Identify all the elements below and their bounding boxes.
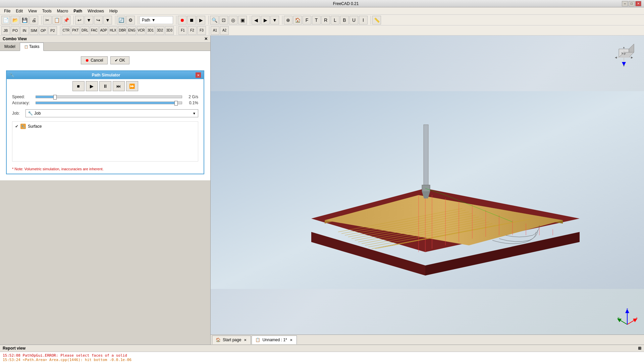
path-3d2[interactable]: 3D2 [156, 26, 164, 35]
menu-tools[interactable]: Tools [40, 8, 54, 14]
svg-text:Z: Z [626, 308, 628, 311]
fit-all-button[interactable]: ⊡ [219, 16, 228, 24]
view-iso-button[interactable]: I [359, 16, 368, 24]
path-adapt[interactable]: ADP [99, 26, 108, 35]
view-back-button[interactable]: B [340, 16, 349, 24]
print-button[interactable]: 🖨 [30, 16, 38, 24]
path-sim-btn[interactable]: SIM [30, 26, 38, 35]
view-top-button[interactable]: T [312, 16, 321, 24]
speed-slider[interactable] [36, 96, 182, 98]
menu-edit[interactable]: Edit [13, 8, 25, 14]
sim-play-button[interactable]: ▶ [86, 81, 98, 91]
path-vcarve[interactable]: VCR [137, 26, 146, 35]
path-helix[interactable]: HLX [109, 26, 117, 35]
zoom-out-button[interactable]: 🔍 [210, 16, 219, 24]
view-menu-button[interactable]: ▼ [270, 16, 279, 24]
macro-button[interactable]: ⚙ [126, 16, 135, 24]
left-panel: Combo View ✕ Model 📋 Tasks ⏺ Cancel ✔ [0, 36, 211, 345]
menu-view[interactable]: View [25, 8, 40, 14]
view-left-button[interactable]: L [331, 16, 339, 24]
svg-line-61 [619, 319, 627, 324]
undo-dropdown[interactable]: ▼ [85, 16, 93, 24]
cancel-button[interactable]: ⏺ Cancel [81, 56, 107, 64]
stop-macro-button[interactable]: ⏹ [187, 16, 196, 24]
path-pocket[interactable]: PKT [71, 26, 80, 35]
sim-pause-button[interactable]: ⏸ [99, 81, 111, 91]
cut-button[interactable]: ✂ [43, 16, 52, 24]
svg-text:Y: Y [618, 316, 620, 320]
redo-dropdown[interactable]: ▼ [103, 16, 112, 24]
ok-button[interactable]: ✔ OK [110, 56, 129, 64]
draw-style-button[interactable]: ▣ [238, 16, 247, 24]
record-button[interactable]: ⏺ [178, 16, 186, 24]
path-engrave[interactable]: ENG [127, 26, 136, 35]
path-3d3[interactable]: 3D3 [165, 26, 174, 35]
axes-indicator: X Y Z [617, 308, 637, 328]
report-expand-icon[interactable]: ⊞ [638, 346, 641, 351]
path-drill[interactable]: DRL [80, 26, 89, 35]
refresh-button[interactable]: 🔄 [117, 16, 125, 24]
execute-macro-button[interactable]: ▶ [197, 16, 205, 24]
path-deburr[interactable]: DBR [118, 26, 127, 35]
tab-unnamed[interactable]: 📋 Unnamed : 1* ✕ [252, 336, 297, 344]
paste-button[interactable]: 📌 [62, 16, 70, 24]
next-view-button[interactable]: ▶ [261, 16, 270, 24]
path-op2-button[interactable]: P2 [48, 26, 57, 35]
unnamed-close-icon[interactable]: ✕ [289, 338, 293, 342]
view-right-button[interactable]: R [321, 16, 330, 24]
close-button[interactable]: ✕ [635, 1, 641, 6]
start-page-close-icon[interactable]: ✕ [243, 338, 247, 342]
sep8 [280, 16, 282, 24]
menu-windows[interactable]: Windows [85, 8, 107, 14]
sim-fast-forward-button[interactable]: ⏩ [126, 81, 138, 91]
path-face[interactable]: FAC [90, 26, 99, 35]
path-contour[interactable]: CTR [62, 26, 70, 35]
redo-button[interactable]: ↪ [94, 16, 103, 24]
svg-text:▼: ▼ [623, 64, 625, 67]
prev-view-button[interactable]: ◀ [252, 16, 260, 24]
workbench-selector[interactable]: Path ▼ [140, 16, 173, 24]
surface-item[interactable]: ✔ 🔧 Surface [14, 123, 197, 130]
path-post-button[interactable]: PO [11, 26, 19, 35]
orientation-cube[interactable]: Top ▼ ▲ ◀ ▶ [610, 42, 637, 69]
path-add2[interactable]: A2 [220, 26, 229, 35]
view-home-button[interactable]: 🏠 [293, 16, 302, 24]
zoom-sel-button[interactable]: ⊕ [284, 16, 292, 24]
path-fix2[interactable]: F2 [188, 26, 197, 35]
path-3d1[interactable]: 3D1 [146, 26, 155, 35]
sep2 [72, 16, 74, 24]
path-add1[interactable]: A1 [211, 26, 219, 35]
combo-view-close-icon[interactable]: ✕ [204, 37, 208, 41]
maximize-button[interactable]: □ [629, 1, 635, 6]
new-button[interactable]: 📄 [1, 16, 10, 24]
open-button[interactable]: 📂 [11, 16, 19, 24]
combo-view-tabs: Model 📋 Tasks [0, 43, 210, 51]
sim-step-button[interactable]: ⏭ [113, 81, 125, 91]
copy-button[interactable]: 📋 [52, 16, 61, 24]
measure-button[interactable]: 📏 [372, 16, 381, 24]
menu-file[interactable]: File [1, 8, 13, 14]
tab-model[interactable]: Model [0, 43, 20, 51]
path-fix3[interactable]: F3 [197, 26, 206, 35]
job-value: Job [34, 111, 41, 116]
view-bottom-button[interactable]: U [350, 16, 358, 24]
tab-tasks[interactable]: 📋 Tasks [20, 43, 44, 51]
save-button[interactable]: 💾 [20, 16, 29, 24]
ok-label: OK [119, 58, 125, 63]
accuracy-slider[interactable] [36, 102, 182, 104]
tab-start-page[interactable]: 🏠 Start page ✕ [212, 336, 251, 344]
menu-help[interactable]: Help [107, 8, 120, 14]
undo-button[interactable]: ↩ [75, 16, 84, 24]
job-selector[interactable]: 🔧 Job ▼ [25, 109, 198, 117]
minimize-button[interactable]: – [622, 1, 628, 6]
path-job-button[interactable]: JB [1, 26, 10, 35]
path-fix1[interactable]: F1 [178, 26, 187, 35]
path-simulator-close-button[interactable]: ✕ [196, 72, 201, 78]
fit-sel-button[interactable]: ◎ [229, 16, 237, 24]
menu-path[interactable]: Path [71, 8, 85, 14]
view-front-button[interactable]: F [303, 16, 311, 24]
menu-macro[interactable]: Macro [54, 8, 71, 14]
path-op1-button[interactable]: OP [39, 26, 48, 35]
sim-stop-button[interactable]: ■ [72, 81, 85, 91]
path-inspect-button[interactable]: IN [20, 26, 29, 35]
